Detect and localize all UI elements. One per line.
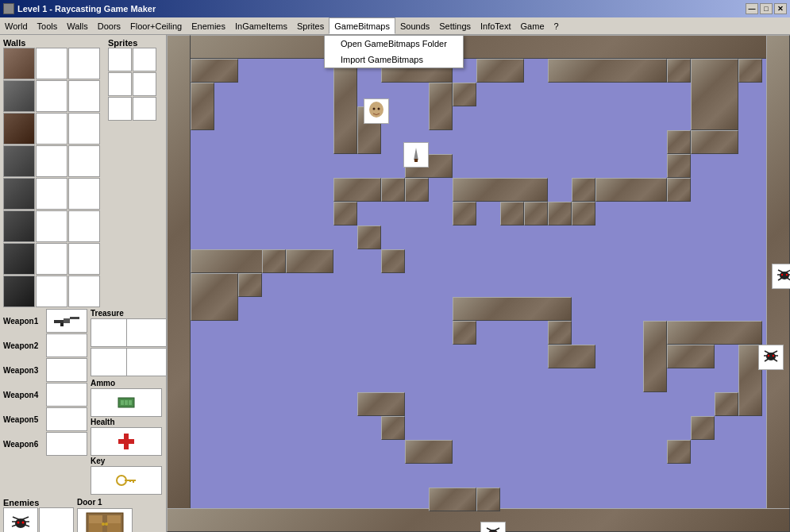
spider-icon-2 bbox=[761, 347, 781, 368]
weapon2-cell[interactable] bbox=[46, 333, 87, 357]
wall-cell-18[interactable] bbox=[68, 210, 100, 242]
titlebar: Level 1 - Raycasting Game Maker — □ ✕ bbox=[0, 0, 790, 17]
wall-cell-5[interactable] bbox=[36, 80, 67, 112]
svg-point-42 bbox=[373, 108, 376, 110]
enemy-cell-1[interactable] bbox=[3, 507, 38, 532]
menu-enemies[interactable]: Enemies bbox=[187, 17, 230, 34]
sprite-cell-4[interactable] bbox=[133, 72, 156, 96]
titlebar-title: Level 1 - Raycasting Game Maker bbox=[17, 4, 156, 13]
health-cell[interactable] bbox=[91, 427, 162, 456]
menu-doors[interactable]: Doors bbox=[93, 17, 125, 34]
key-row: Key bbox=[91, 457, 162, 465]
weapon5-cell[interactable] bbox=[46, 407, 87, 431]
weapon6-cell[interactable] bbox=[46, 432, 87, 456]
door1-label: Door 1 bbox=[77, 498, 133, 507]
map-enemy-1[interactable] bbox=[772, 264, 790, 289]
svg-rect-5 bbox=[121, 400, 124, 405]
door-player-section: Door 1 NextLevel bbox=[77, 498, 133, 532]
wall-cell-20[interactable] bbox=[36, 243, 67, 275]
menu-game[interactable]: Game bbox=[516, 17, 549, 34]
wall-cell-6[interactable] bbox=[68, 80, 100, 112]
weapon4-cell[interactable] bbox=[46, 383, 87, 407]
menu-sprites[interactable]: Sprites bbox=[292, 17, 329, 34]
enemy-cell-2[interactable] bbox=[39, 507, 74, 532]
menu-floor-ceiling[interactable]: Floor+Ceiling bbox=[125, 17, 187, 34]
menu-world[interactable]: World bbox=[0, 17, 33, 34]
map-wall-lc5 bbox=[548, 202, 572, 226]
dropdown-import[interactable]: Import GameBitmaps bbox=[325, 52, 463, 67]
sprite-cell-2[interactable] bbox=[133, 48, 156, 71]
titlebar-left: Level 1 - Raycasting Game Maker bbox=[3, 3, 156, 14]
minimize-button[interactable]: — bbox=[746, 3, 758, 14]
map-enemy-2[interactable] bbox=[758, 345, 784, 370]
wall-cell-24[interactable] bbox=[68, 276, 100, 307]
map-wall-lc2 bbox=[453, 202, 476, 226]
menu-walls[interactable]: Walls bbox=[62, 17, 92, 34]
map-wall-am4 bbox=[262, 249, 286, 273]
menu-ingameitems[interactable]: InGameItems bbox=[230, 17, 292, 34]
wall-cell-17[interactable] bbox=[36, 210, 67, 242]
menu-help[interactable]: ? bbox=[549, 17, 564, 34]
key-icon bbox=[115, 472, 137, 488]
menu-sounds[interactable]: Sounds bbox=[395, 17, 434, 34]
menu-tools[interactable]: Tools bbox=[33, 17, 63, 34]
weapon5-label: Weapon5 bbox=[3, 415, 44, 424]
enemy-icon-1 bbox=[9, 514, 33, 532]
knife-icon bbox=[407, 146, 425, 164]
ammo-cell[interactable] bbox=[91, 388, 162, 417]
map-area[interactable]: // We'll generate walls using JS after D… bbox=[167, 35, 790, 532]
treasure-cell-4[interactable] bbox=[126, 348, 167, 376]
wall-cell-4[interactable] bbox=[3, 80, 35, 112]
weapon1-cell[interactable] bbox=[46, 309, 87, 333]
wall-cell-12[interactable] bbox=[68, 145, 100, 177]
wall-cell-16[interactable] bbox=[3, 210, 35, 242]
wall-cell-19[interactable] bbox=[3, 243, 35, 275]
map-item-knife[interactable] bbox=[403, 142, 429, 168]
maximize-button[interactable]: □ bbox=[760, 3, 773, 14]
wall-cell-10[interactable] bbox=[3, 145, 35, 177]
door1-cell[interactable] bbox=[77, 508, 133, 532]
spider-icon-4 bbox=[483, 524, 503, 532]
treasure-cell-2[interactable] bbox=[126, 318, 167, 347]
app-icon bbox=[3, 3, 14, 14]
sprite-cell-1[interactable] bbox=[108, 48, 132, 71]
key-cell[interactable] bbox=[91, 466, 162, 495]
dropdown-open-folder[interactable]: Open GameBitmaps Folder bbox=[325, 36, 463, 52]
map-wall-br2 bbox=[476, 488, 500, 511]
wall-cell-23[interactable] bbox=[36, 276, 67, 307]
wall-cell-1[interactable] bbox=[3, 48, 35, 79]
wall-cell-13[interactable] bbox=[3, 178, 35, 210]
map-walls: // We'll generate walls using JS after D… bbox=[167, 35, 790, 532]
wall-cell-11[interactable] bbox=[36, 145, 67, 177]
svg-rect-26 bbox=[89, 515, 102, 523]
key-label: Key bbox=[91, 457, 119, 465]
close-button[interactable]: ✕ bbox=[774, 3, 787, 14]
enemies-door-section: Enemies bbox=[3, 498, 163, 532]
ammo-label: Ammo bbox=[91, 379, 119, 387]
map-player-spawn[interactable] bbox=[364, 98, 389, 124]
wall-cell-14[interactable] bbox=[36, 178, 67, 210]
sprite-cell-5[interactable] bbox=[108, 97, 132, 121]
menu-settings[interactable]: Settings bbox=[434, 17, 476, 34]
wall-cell-15[interactable] bbox=[68, 178, 100, 210]
wall-cell-2[interactable] bbox=[36, 48, 67, 79]
map-wall-ls1 bbox=[453, 297, 572, 321]
menu-infotext[interactable]: InfoText bbox=[476, 17, 516, 34]
sprites-grid bbox=[108, 48, 162, 121]
wall-cell-3[interactable] bbox=[68, 48, 100, 79]
wall-cell-9[interactable] bbox=[68, 113, 100, 145]
map-enemy-4[interactable] bbox=[480, 522, 506, 532]
wall-cell-8[interactable] bbox=[36, 113, 67, 145]
weapon6-label: Weapon6 bbox=[3, 440, 44, 449]
map-wall-rl3 bbox=[667, 345, 715, 368]
menu-gamebitmaps[interactable]: GameBitmaps bbox=[329, 17, 395, 34]
sprite-cell-3[interactable] bbox=[108, 72, 132, 96]
wall-cell-7[interactable] bbox=[3, 113, 35, 145]
map-wall-bc1 bbox=[357, 392, 405, 416]
sprite-cell-6[interactable] bbox=[133, 97, 156, 121]
wall-cell-21[interactable] bbox=[68, 243, 100, 275]
wall-cell-22[interactable] bbox=[3, 276, 35, 307]
weapon3-cell[interactable] bbox=[46, 358, 87, 382]
map-wall-top bbox=[167, 35, 790, 59]
weapon3-row: Weapon3 bbox=[3, 358, 87, 382]
